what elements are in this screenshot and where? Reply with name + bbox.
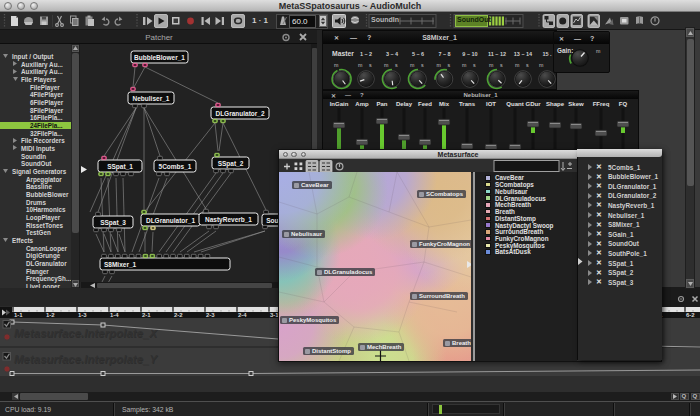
svg-text:Amp: Amp <box>355 101 369 107</box>
svg-text:5Combs_1: 5Combs_1 <box>159 163 192 170</box>
svg-text:FQ: FQ <box>619 101 628 107</box>
svg-text:BubbleBlower_1: BubbleBlower_1 <box>134 54 185 61</box>
svg-text:SSpat_2: SSpat_2 <box>218 160 244 168</box>
svg-text:IOT: IOT <box>486 101 496 107</box>
svg-text:Pan: Pan <box>376 101 387 107</box>
svg-text:Nebuliser_1: Nebuliser_1 <box>133 95 170 102</box>
svg-text:DLGranulator_2: DLGranulator_2 <box>215 110 265 117</box>
svg-text:SSpat_1: SSpat_1 <box>107 163 133 171</box>
svg-text:Quant: Quant <box>506 101 523 107</box>
svg-text:DLGranulator_1: DLGranulator_1 <box>146 217 196 224</box>
svg-text:Delay: Delay <box>396 101 413 107</box>
svg-text:S8Mixer_1: S8Mixer_1 <box>104 261 137 268</box>
svg-text:InGain: InGain <box>330 101 349 107</box>
svg-text:Feed: Feed <box>418 101 432 107</box>
svg-text:FFreq: FFreq <box>593 101 610 107</box>
svg-text:GDur: GDur <box>526 101 542 107</box>
svg-text:NastyReverb_1: NastyReverb_1 <box>205 216 252 224</box>
svg-text:Mix: Mix <box>439 101 450 107</box>
svg-text:Trans: Trans <box>459 101 476 107</box>
svg-text:Skew: Skew <box>568 101 584 107</box>
svg-text:SSpat_3: SSpat_3 <box>100 219 126 227</box>
svg-text:Shape: Shape <box>546 101 565 107</box>
